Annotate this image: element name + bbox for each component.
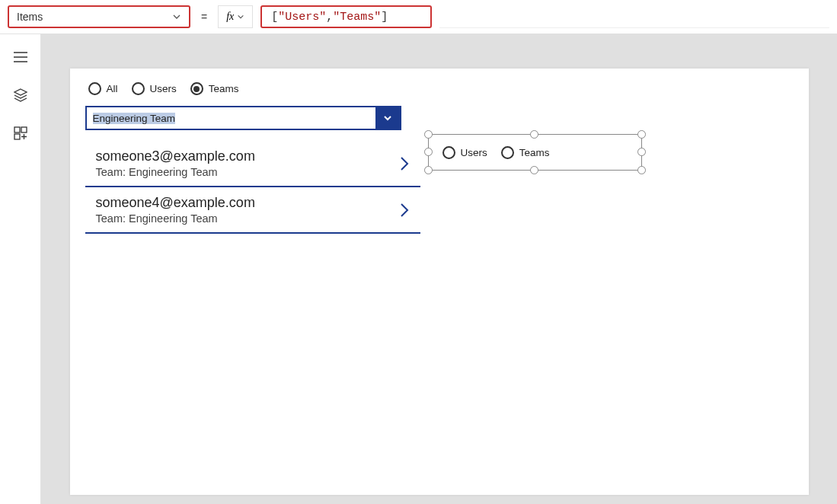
chevron-down-icon — [375, 107, 400, 129]
formula-token: "Users" — [278, 11, 326, 24]
property-selector[interactable]: Items — [8, 5, 190, 28]
radio-icon — [442, 146, 455, 159]
radio-option-teams[interactable]: Teams — [190, 82, 239, 95]
formula-token: , — [326, 11, 333, 24]
formula-input[interactable]: [ "Users" , "Teams" ] — [260, 5, 432, 28]
fx-label: fx — [226, 11, 234, 23]
svg-rect-0 — [14, 127, 20, 132]
formula-bar: Items = fx [ "Users" , "Teams" ] — [0, 0, 837, 34]
chevron-right-icon — [398, 200, 411, 220]
layers-icon[interactable] — [13, 88, 28, 103]
radio-label: All — [107, 83, 118, 94]
chevron-down-icon — [172, 12, 181, 21]
filter-radio-group: All Users Teams — [85, 82, 794, 95]
selection-handle[interactable] — [637, 130, 646, 139]
radio-label: Users — [150, 83, 177, 94]
team-dropdown[interactable]: Engineering Team — [85, 106, 401, 130]
insert-icon[interactable] — [13, 126, 28, 141]
svg-rect-1 — [14, 134, 20, 139]
hamburger-icon[interactable] — [13, 49, 28, 65]
list-item-email: someone3@example.com — [96, 148, 255, 164]
selection-handle[interactable] — [424, 130, 433, 139]
app-canvas[interactable]: All Users Teams Engineering Team — [70, 69, 809, 495]
selection-handle[interactable] — [424, 166, 433, 174]
left-tool-rail — [0, 34, 41, 504]
radio-option-all[interactable]: All — [88, 82, 118, 95]
radio-label: Users — [461, 147, 487, 158]
fx-button[interactable]: fx — [218, 5, 253, 28]
chevron-down-icon — [237, 13, 244, 21]
property-selector-value: Items — [17, 11, 43, 23]
dropdown-value: Engineering Team — [87, 107, 375, 129]
radio-option-users[interactable]: Users — [442, 146, 487, 159]
selection-handle[interactable] — [424, 148, 433, 156]
equals-label: = — [198, 11, 210, 23]
radio-label: Teams — [209, 83, 239, 94]
formula-token: "Teams" — [333, 11, 381, 24]
radio-icon — [501, 146, 514, 159]
results-list: someone3@example.com Team: Engineering T… — [85, 141, 420, 234]
workspace: All Users Teams Engineering Team — [0, 34, 837, 504]
list-item-team: Team: Engineering Team — [96, 212, 255, 225]
formula-token: ] — [381, 11, 388, 24]
list-item-team: Team: Engineering Team — [96, 166, 255, 178]
canvas-background[interactable]: All Users Teams Engineering Team — [41, 34, 837, 504]
radio-icon — [190, 82, 203, 95]
radio-icon — [88, 82, 101, 95]
svg-rect-2 — [21, 127, 27, 132]
selected-radio-control[interactable]: Users Teams — [428, 134, 642, 171]
radio-option-teams[interactable]: Teams — [501, 146, 550, 159]
list-item-email: someone4@example.com — [96, 195, 255, 211]
formula-bar-remainder[interactable] — [439, 5, 829, 28]
radio-option-users[interactable]: Users — [132, 82, 177, 95]
selection-handle[interactable] — [637, 166, 646, 174]
list-item[interactable]: someone4@example.com Team: Engineering T… — [85, 187, 420, 234]
chevron-right-icon — [398, 154, 411, 174]
radio-icon — [132, 82, 145, 95]
radio-label: Teams — [519, 147, 550, 158]
selection-handle[interactable] — [637, 148, 646, 156]
selection-handle[interactable] — [530, 166, 538, 174]
selection-handle[interactable] — [530, 130, 538, 139]
formula-token: [ — [271, 11, 278, 24]
list-item[interactable]: someone3@example.com Team: Engineering T… — [85, 141, 420, 187]
